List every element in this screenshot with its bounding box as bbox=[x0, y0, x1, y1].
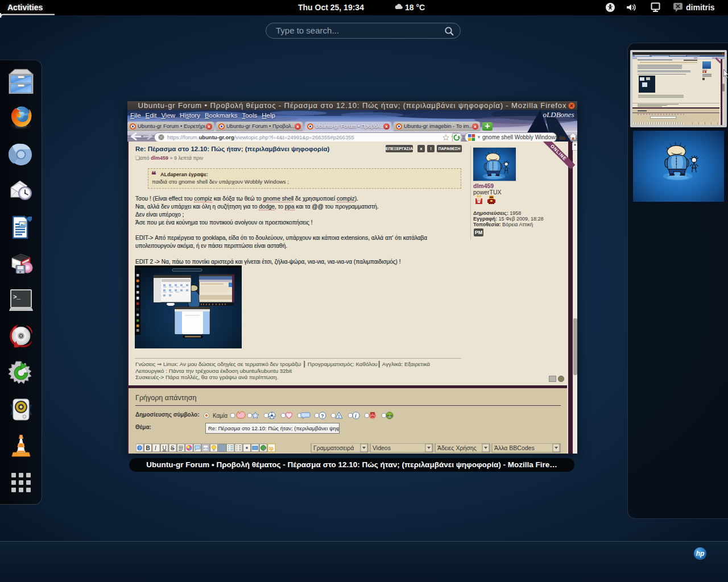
svg-text:Άδειες Χρήσης: Άδειες Χρήσης bbox=[437, 444, 477, 451]
svg-text:Ip: Ip bbox=[269, 446, 274, 451]
svg-text:<>: <> bbox=[204, 446, 208, 450]
svg-text:?: ? bbox=[321, 413, 324, 419]
svg-text:Videos: Videos bbox=[373, 444, 391, 451]
svg-text:I: I bbox=[155, 445, 156, 451]
svg-text:>_: >_ bbox=[13, 294, 21, 301]
svg-text:Γραμματοσειρά: Γραμματοσειρά bbox=[313, 444, 354, 451]
svg-text:Καμία: Καμία bbox=[213, 413, 228, 419]
svg-text:B: B bbox=[146, 445, 150, 451]
svg-text:S: S bbox=[171, 445, 175, 451]
svg-text:?: ? bbox=[139, 446, 141, 450]
svg-text:U: U bbox=[163, 445, 167, 451]
svg-text:Άλλα BBCodes: Άλλα BBCodes bbox=[494, 444, 535, 451]
svg-text:!: ! bbox=[338, 414, 340, 419]
